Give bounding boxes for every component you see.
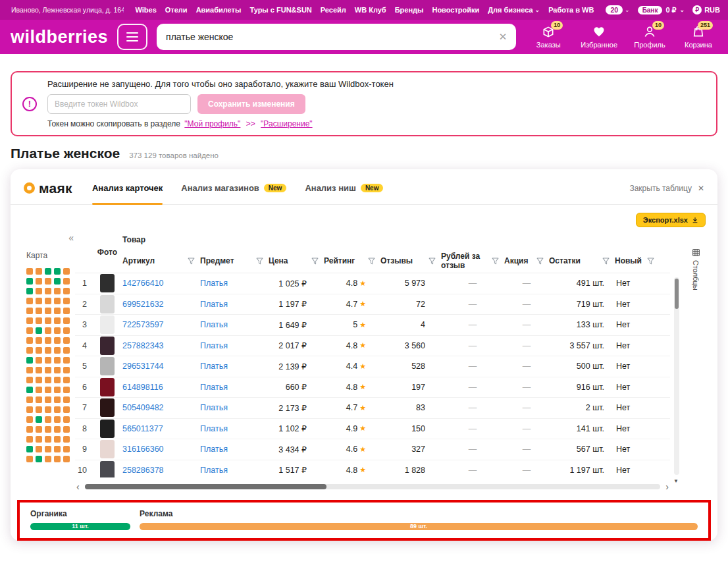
top-nav-link[interactable]: Отели <box>165 6 188 14</box>
top-nav-link[interactable]: Wibes <box>136 6 157 14</box>
map-cell-organic[interactable] <box>26 387 33 393</box>
map-cell-ad[interactable] <box>63 268 70 275</box>
map-cell-ad[interactable] <box>36 357 42 364</box>
product-article-link[interactable]: 142766410 <box>122 279 200 288</box>
product-article-link[interactable]: 296531744 <box>122 362 200 371</box>
map-cell-ad[interactable] <box>63 436 70 443</box>
map-cell-ad[interactable] <box>36 278 42 285</box>
map-cell-organic[interactable] <box>54 268 61 275</box>
map-cell-organic[interactable] <box>36 416 42 423</box>
map-cell-ad[interactable] <box>36 317 42 324</box>
map-cell-ad[interactable] <box>26 406 33 413</box>
map-cell-ad[interactable] <box>36 288 42 294</box>
wildbox-token-input[interactable] <box>47 94 191 114</box>
tab-niche-analysis[interactable]: Анализ ниш New <box>305 172 383 204</box>
map-cell-ad[interactable] <box>26 347 33 354</box>
close-table-button[interactable]: Закрыть таблицу ✕ <box>629 184 704 193</box>
map-cell-ad[interactable] <box>45 396 51 403</box>
map-cell-ad[interactable] <box>36 268 42 275</box>
map-cell-ad[interactable] <box>63 406 70 413</box>
map-cell-ad[interactable] <box>26 337 33 344</box>
map-cell-ad[interactable] <box>54 298 61 304</box>
map-cell-ad[interactable] <box>45 406 51 413</box>
map-cell-ad[interactable] <box>45 347 51 354</box>
map-cell-ad[interactable] <box>26 298 33 304</box>
product-subject-link[interactable]: Платья <box>200 362 269 371</box>
map-cell-ad[interactable] <box>54 337 61 344</box>
filter-icon[interactable] <box>536 258 544 265</box>
product-photo[interactable] <box>100 357 115 375</box>
map-cell-ad[interactable] <box>63 357 70 364</box>
map-cell-ad[interactable] <box>45 436 51 443</box>
product-subject-link[interactable]: Платья <box>200 403 269 412</box>
map-cell-ad[interactable] <box>45 387 51 393</box>
map-cell-ad[interactable] <box>26 367 33 373</box>
map-cell-ad[interactable] <box>45 317 51 324</box>
map-cell-ad[interactable] <box>63 308 70 314</box>
map-cell-ad[interactable] <box>36 367 42 373</box>
filter-icon[interactable] <box>256 258 263 265</box>
map-cell-ad[interactable] <box>36 406 42 413</box>
column-header[interactable]: Цена <box>269 248 324 273</box>
map-cell-ad[interactable] <box>26 416 33 423</box>
map-cell-ad[interactable] <box>63 416 70 423</box>
map-cell-ad[interactable] <box>36 298 42 304</box>
map-cell-ad[interactable] <box>54 308 61 314</box>
product-article-link[interactable]: 565011377 <box>122 424 200 433</box>
filter-icon[interactable] <box>492 258 499 265</box>
map-cell-ad[interactable] <box>45 357 51 364</box>
map-cell-ad[interactable] <box>26 327 33 334</box>
map-cell-ad[interactable] <box>36 387 42 393</box>
cart-button[interactable]: 251 Корзина <box>682 25 715 49</box>
product-article-link[interactable]: 257882343 <box>122 341 200 350</box>
map-cell-ad[interactable] <box>63 317 70 324</box>
map-cell-ad[interactable] <box>45 456 51 462</box>
product-photo[interactable] <box>100 274 115 292</box>
column-header[interactable]: Акция <box>504 248 549 273</box>
map-cell-ad[interactable] <box>54 367 61 373</box>
product-subject-link[interactable]: Платья <box>200 383 269 392</box>
map-cell-ad[interactable] <box>45 337 51 344</box>
map-cell-ad[interactable] <box>63 367 70 373</box>
map-cell-ad[interactable] <box>45 416 51 423</box>
discount-widget[interactable]: 20 ⌄ <box>606 5 629 14</box>
h-scroll-track[interactable] <box>85 484 661 489</box>
product-article-link[interactable]: 258286378 <box>122 466 200 475</box>
map-cell-ad[interactable] <box>63 396 70 403</box>
map-cell-ad[interactable] <box>63 426 70 433</box>
map-cell-ad[interactable] <box>54 377 61 383</box>
column-header[interactable]: Рейтинг <box>324 248 380 273</box>
product-article-link[interactable]: 316166360 <box>122 445 200 454</box>
map-cell-ad[interactable] <box>36 308 42 314</box>
map-cell-ad[interactable] <box>45 327 51 334</box>
map-cell-ad[interactable] <box>26 317 33 324</box>
map-cell-ad[interactable] <box>26 308 33 314</box>
map-cell-ad[interactable] <box>45 377 51 383</box>
map-cell-ad[interactable] <box>54 347 61 354</box>
orders-button[interactable]: 10 Заказы <box>532 25 565 49</box>
map-cell-ad[interactable] <box>54 446 61 452</box>
vertical-scrollbar[interactable]: ▼ <box>674 277 679 475</box>
map-cell-ad[interactable] <box>54 416 61 423</box>
product-photo[interactable] <box>100 337 115 355</box>
product-photo[interactable] <box>100 378 115 396</box>
currency-selector[interactable]: ₽ RUB <box>692 5 720 14</box>
map-cell-ad[interactable] <box>45 288 51 294</box>
product-photo[interactable] <box>100 440 115 458</box>
map-cell-ad[interactable] <box>26 456 33 462</box>
map-cell-organic[interactable] <box>26 288 33 294</box>
top-nav-link[interactable]: Для бизнеса⌄ <box>488 6 540 14</box>
column-header[interactable]: Отзывы <box>380 248 441 273</box>
search-input[interactable] <box>166 32 492 42</box>
map-cell-organic[interactable] <box>26 446 33 452</box>
bank-widget[interactable]: Банк 0 ₽ ⌄ <box>638 6 685 14</box>
product-subject-link[interactable]: Платья <box>200 424 269 433</box>
top-nav-link[interactable]: Ресейл <box>321 6 346 14</box>
product-subject-link[interactable]: Платья <box>200 445 269 454</box>
product-subject-link[interactable]: Платья <box>200 279 269 288</box>
map-cell-ad[interactable] <box>26 377 33 383</box>
column-header[interactable]: Предмет <box>200 248 269 273</box>
clear-search-icon[interactable]: ✕ <box>499 31 507 43</box>
favorites-button[interactable]: Избранное <box>581 25 617 49</box>
map-cell-ad[interactable] <box>26 436 33 443</box>
